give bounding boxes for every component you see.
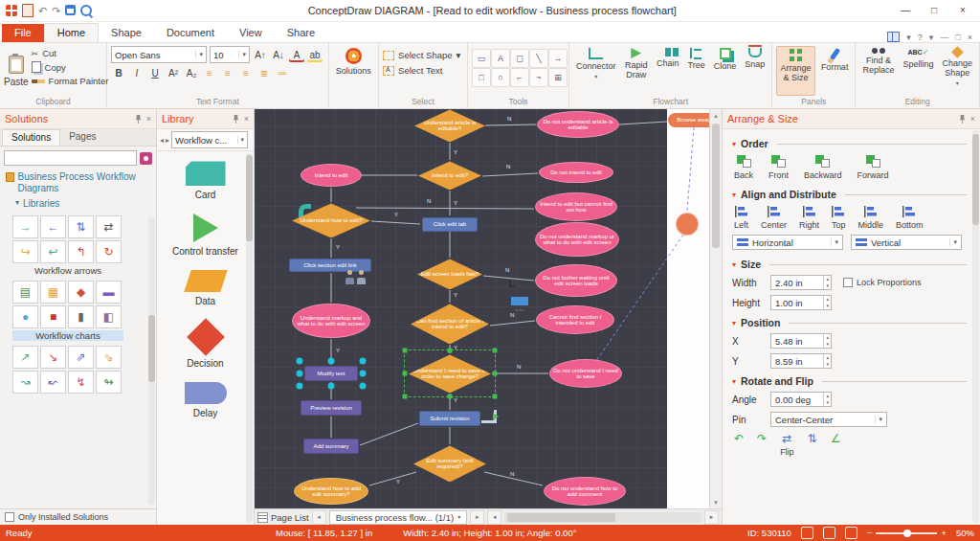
search-options-icon[interactable] xyxy=(140,152,152,165)
spin-down-icon[interactable]: ▾ xyxy=(824,282,831,289)
library-forward-icon[interactable]: ▸ xyxy=(166,136,169,145)
list-button[interactable]: ≔ xyxy=(275,66,290,80)
library-thumbnail[interactable]: ● xyxy=(12,305,38,328)
font-color-button[interactable]: A xyxy=(289,48,304,62)
library-thumbnail[interactable]: ⇄ xyxy=(96,215,122,238)
library-thumbnail[interactable]: ⇗ xyxy=(68,346,94,369)
documents-icon[interactable] xyxy=(479,407,494,420)
align-middle-button[interactable]: Middle xyxy=(858,206,884,230)
polyline-tool[interactable]: ⌐ xyxy=(510,68,529,87)
zoom-out-icon[interactable]: − xyxy=(867,528,873,538)
only-installed-checkbox[interactable] xyxy=(5,512,14,522)
library-thumbnail[interactable]: ▮ xyxy=(68,305,94,328)
scrollbar-thumb[interactable] xyxy=(507,513,615,522)
spin-down-icon[interactable]: ▾ xyxy=(824,361,831,368)
select-shape-button[interactable]: Select Shape▾ xyxy=(383,50,463,60)
library-group-label[interactable]: Workflow arrows xyxy=(12,265,123,276)
subscript-button[interactable]: A₂ xyxy=(184,66,199,80)
library-item-decision[interactable]: Decision xyxy=(157,314,254,376)
font-size-select[interactable]: 10▾ xyxy=(210,46,250,63)
tab-document[interactable]: Document xyxy=(154,24,227,42)
next-page-icon[interactable]: ▸ xyxy=(470,510,484,525)
library-thumbnail[interactable]: ▦ xyxy=(40,281,66,304)
close-panel-icon[interactable]: × xyxy=(970,114,975,124)
zoom-slider[interactable]: − + xyxy=(867,528,947,538)
save-icon[interactable] xyxy=(65,5,76,15)
width-input[interactable]: 2.40 in▴▾ xyxy=(770,275,832,290)
library-back-icon[interactable]: ◂ xyxy=(160,136,164,145)
zoom-thumb[interactable] xyxy=(903,530,911,537)
paste-button[interactable]: Paste xyxy=(4,46,29,96)
library-thumbnail[interactable]: ↯ xyxy=(68,371,94,394)
tab-shape[interactable]: Shape xyxy=(99,24,154,42)
prev-page-icon[interactable]: ◂ xyxy=(312,510,326,525)
align-right-button[interactable]: ≡ xyxy=(238,66,254,80)
flowchart-node[interactable]: Add summary xyxy=(303,439,359,454)
rotate-right-button[interactable]: ↷ xyxy=(757,433,767,444)
library-item-control-transfer[interactable]: Control transfer xyxy=(157,208,254,264)
scroll-down-icon[interactable]: ▾ xyxy=(710,496,722,508)
library-thumbnail[interactable]: ⇅ xyxy=(68,215,94,238)
flip-vertical-button[interactable]: ⇅ xyxy=(808,433,817,444)
align-center-button[interactable]: Center xyxy=(761,206,787,230)
align-top-button[interactable]: Top xyxy=(832,206,846,230)
tab-share[interactable]: Share xyxy=(275,24,327,42)
underline-button[interactable]: U xyxy=(147,66,163,80)
library-thumbnail[interactable]: ▤ xyxy=(12,281,38,304)
cut-button[interactable]: ✂Cut xyxy=(32,48,109,58)
snap-button[interactable]: Snap xyxy=(742,46,768,96)
scrollbar-thumb[interactable] xyxy=(712,124,720,248)
chevron-down-icon[interactable]: ▾ xyxy=(732,191,736,199)
library-thumbnail[interactable]: → xyxy=(12,215,38,238)
pin-icon[interactable] xyxy=(232,114,240,124)
selection-handles[interactable] xyxy=(300,361,363,386)
line-tool[interactable]: ╲ xyxy=(529,49,548,68)
doc-close-icon[interactable]: × xyxy=(968,33,972,42)
scroll-right-icon[interactable]: ▸ xyxy=(704,510,719,525)
users-icon[interactable] xyxy=(344,269,368,284)
spin-up-icon[interactable]: ▴ xyxy=(824,296,831,303)
select-text-button[interactable]: Select Text xyxy=(383,65,463,76)
find-icon[interactable] xyxy=(80,5,92,16)
window-layout-icon[interactable] xyxy=(887,32,900,42)
format-panel-button[interactable]: Format xyxy=(818,46,852,96)
library-thumbnail[interactable]: ↩ xyxy=(40,240,66,263)
library-thumbnail[interactable]: ↝ xyxy=(12,371,38,394)
distribute-vertical-select[interactable]: Vertical▾ xyxy=(851,235,962,250)
monitor-icon[interactable] xyxy=(509,295,530,308)
angle-input[interactable]: 0.00 deg▴▾ xyxy=(770,392,832,407)
decrease-font-size-button[interactable]: A↓ xyxy=(271,48,286,62)
callout-tool[interactable]: ◻ xyxy=(510,49,529,68)
line-spacing-button[interactable]: ≣ xyxy=(256,66,272,80)
scroll-up-icon[interactable]: ▴ xyxy=(710,109,722,122)
arrange-size-button[interactable]: Arrange & Size xyxy=(776,46,815,96)
distribute-horizontal-select[interactable]: Horizontal▾ xyxy=(732,235,843,250)
y-input[interactable]: 8.59 in▴▾ xyxy=(770,353,832,369)
spin-down-icon[interactable]: ▾ xyxy=(824,341,831,348)
spin-up-icon[interactable]: ▴ xyxy=(824,276,831,282)
spin-up-icon[interactable]: ▴ xyxy=(824,334,831,341)
bold-button[interactable]: B xyxy=(111,66,126,80)
chain-button[interactable]: Chain xyxy=(654,46,682,96)
doc-minimize-icon[interactable]: — xyxy=(940,33,948,42)
change-shape-button[interactable]: Change Shape ▾ xyxy=(939,46,975,96)
canvas-vertical-scrollbar[interactable]: ▴ ▾ xyxy=(709,109,722,508)
arrange-scrollbar[interactable] xyxy=(972,130,979,523)
spin-up-icon[interactable]: ▴ xyxy=(824,354,831,361)
flowchart-node[interactable]: Submit revision xyxy=(419,411,480,426)
help-dropdown-icon[interactable]: ▾ xyxy=(929,33,934,42)
rotate-left-button[interactable]: ↶ xyxy=(734,433,744,444)
solutions-scrollbar[interactable] xyxy=(148,217,155,505)
tree-button[interactable]: Tree xyxy=(685,46,708,96)
spin-down-icon[interactable]: ▾ xyxy=(824,399,831,406)
solutions-search-input[interactable] xyxy=(4,150,137,166)
library-item-card[interactable]: Card xyxy=(157,155,254,208)
flowchart-node[interactable]: Click edit tab xyxy=(422,217,478,232)
connector-button[interactable]: Connector ▾ xyxy=(573,46,619,96)
library-group-label[interactable]: Workflow charts xyxy=(12,330,123,341)
height-input[interactable]: 1.00 in▴▾ xyxy=(770,295,832,310)
zoom-area-icon[interactable] xyxy=(823,527,835,539)
flowchart-node[interactable]: Browse away xyxy=(668,113,709,127)
ellipse-tool[interactable]: ○ xyxy=(491,68,510,87)
align-center-button[interactable]: ≡ xyxy=(220,66,235,80)
